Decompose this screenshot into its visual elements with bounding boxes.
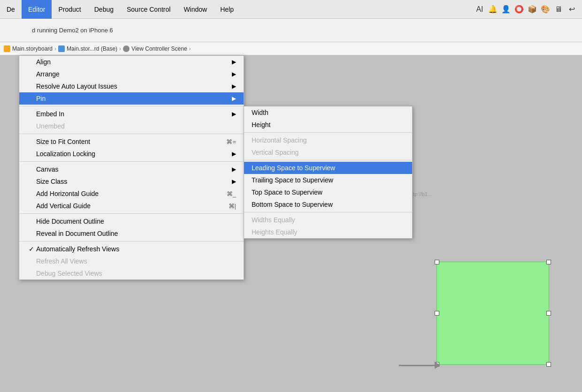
base-icon <box>58 45 65 52</box>
breadcrumb-separator-1: › <box>119 45 121 52</box>
menu-item-size-to-fit[interactable]: Size to Fit Content ⌘= <box>19 136 244 148</box>
pin-trailing-space[interactable]: Trailing Space to Superview <box>244 174 412 186</box>
breadcrumb: Main.storyboard › Main.stor...rd (Base) … <box>0 42 582 55</box>
scene-icon <box>123 45 130 52</box>
menu-item-size-class[interactable]: Size Class ▶ <box>19 175 244 188</box>
arrange-arrow: ▶ <box>232 71 236 77</box>
box-icon[interactable]: 📦 <box>528 5 537 14</box>
sizeclass-arrow: ▶ <box>232 178 236 185</box>
arrow-line <box>399 365 436 366</box>
pin-height[interactable]: Height <box>244 119 412 131</box>
menu-item-align[interactable]: Align ▶ <box>19 56 244 68</box>
menu-item-auto-refresh[interactable]: ✓ Automatically Refresh Views <box>19 243 244 255</box>
menu-item-hide-outline[interactable]: Hide Document Outline <box>19 215 244 227</box>
pin-divider-3 <box>244 212 412 212</box>
menu-item-pin[interactable]: Pin ▶ <box>19 92 244 105</box>
menubar-icons: AI 🔔 👤 ⭕ 📦 🎨 🖥 ↩ <box>475 5 582 14</box>
ai-icon[interactable]: AI <box>475 5 484 14</box>
bell-icon[interactable]: 🔔 <box>488 5 498 14</box>
handle-top-right[interactable] <box>546 260 551 264</box>
menubar-item-help[interactable]: Help <box>214 0 240 19</box>
menubar-item-de[interactable]: De <box>0 0 22 19</box>
editor-menu: Align ▶ Arrange ▶ Resolve Auto Layout Is… <box>19 55 244 280</box>
resolve-arrow: ▶ <box>232 83 236 90</box>
main-area: http://b1... Align ▶ Arrange ▶ Resolve A… <box>0 55 582 392</box>
breadcrumb-item-0[interactable]: Main.storyboard <box>4 45 53 52</box>
breadcrumb-separator-0: › <box>54 45 56 52</box>
green-view[interactable] <box>436 262 549 365</box>
color-icon[interactable]: 🎨 <box>541 5 550 14</box>
menu-item-canvas[interactable]: Canvas ▶ <box>19 163 244 175</box>
user-icon[interactable]: 👤 <box>501 5 511 14</box>
canvas-arrow: ▶ <box>232 166 236 173</box>
menu-item-reveal-outline[interactable]: Reveal in Document Outline <box>19 227 244 240</box>
divider-5 <box>19 241 244 241</box>
pin-bottom-space[interactable]: Bottom Space to Superview <box>244 198 412 211</box>
breadcrumb-item-1[interactable]: Main.stor...rd (Base) <box>58 45 117 52</box>
monitor-icon[interactable]: 🖥 <box>554 5 563 14</box>
handle-mid-left[interactable] <box>435 311 439 316</box>
vguide-shortcut: ⌘| <box>229 203 236 210</box>
menu-item-embed-in[interactable]: Embed In ▶ <box>19 108 244 120</box>
handle-bottom-right[interactable] <box>546 362 551 367</box>
toolbar: d running Demo2 on iPhone 6 <box>0 19 582 42</box>
breadcrumb-item-2[interactable]: View Controller Scene <box>123 45 187 52</box>
menubar: De Editor Product Debug Source Control W… <box>0 0 582 19</box>
breadcrumb-separator-2: › <box>189 45 191 52</box>
pin-divider-1 <box>244 132 412 133</box>
divider-2 <box>19 134 244 134</box>
divider-4 <box>19 213 244 214</box>
pin-vertical-spacing[interactable]: Vertical Spacing <box>244 146 412 158</box>
menu-item-arrange[interactable]: Arrange ▶ <box>19 68 244 80</box>
pin-arrow: ▶ <box>232 95 236 102</box>
menubar-item-window[interactable]: Window <box>177 0 214 19</box>
arrow-area <box>399 365 436 366</box>
localization-arrow: ▶ <box>232 151 236 157</box>
pin-width[interactable]: Width <box>244 106 412 119</box>
storyboard-icon <box>4 45 10 52</box>
autorefresh-checkmark: ✓ <box>27 245 36 253</box>
pin-divider-2 <box>244 160 412 160</box>
pin-horizontal-spacing[interactable]: Horizontal Spacing <box>244 134 412 146</box>
menu-item-resolve-autolayout[interactable]: Resolve Auto Layout Issues ▶ <box>19 80 244 92</box>
menu-item-unembed[interactable]: Unembed <box>19 120 244 132</box>
handle-top-left[interactable] <box>435 260 439 264</box>
divider-3 <box>19 161 244 162</box>
pin-submenu: Width Height Horizontal Spacing Vertical… <box>244 106 413 239</box>
menu-item-add-vertical-guide[interactable]: Add Vertical Guide ⌘| <box>19 200 244 212</box>
embed-arrow: ▶ <box>232 111 236 117</box>
pin-heights-equally[interactable]: Heights Equally <box>244 226 412 238</box>
pin-top-space[interactable]: Top Space to Superview <box>244 186 412 198</box>
divider-1 <box>19 106 244 106</box>
hguide-shortcut: ⌘_ <box>227 190 236 197</box>
toolbar-status: d running Demo2 on iPhone 6 <box>32 27 113 34</box>
pin-leading-space[interactable]: Leading Space to Superview <box>244 162 412 174</box>
menu-item-add-horizontal-guide[interactable]: Add Horizontal Guide ⌘_ <box>19 188 244 200</box>
menubar-item-debug[interactable]: Debug <box>88 0 120 19</box>
circle-icon[interactable]: ⭕ <box>514 5 524 14</box>
menu-item-refresh-all[interactable]: Refresh All Views <box>19 255 244 267</box>
menu-item-debug-views[interactable]: Debug Selected Views <box>19 267 244 279</box>
pin-widths-equally[interactable]: Widths Equally <box>244 214 412 226</box>
align-arrow: ▶ <box>232 59 236 65</box>
menubar-item-product[interactable]: Product <box>52 0 87 19</box>
menubar-item-editor[interactable]: Editor <box>22 0 52 19</box>
history-icon[interactable]: ↩ <box>567 5 576 14</box>
size-shortcut: ⌘= <box>226 138 236 145</box>
menu-item-localization-locking[interactable]: Localization Locking ▶ <box>19 148 244 160</box>
handle-mid-right[interactable] <box>546 311 551 316</box>
menubar-item-source-control[interactable]: Source Control <box>120 0 177 19</box>
